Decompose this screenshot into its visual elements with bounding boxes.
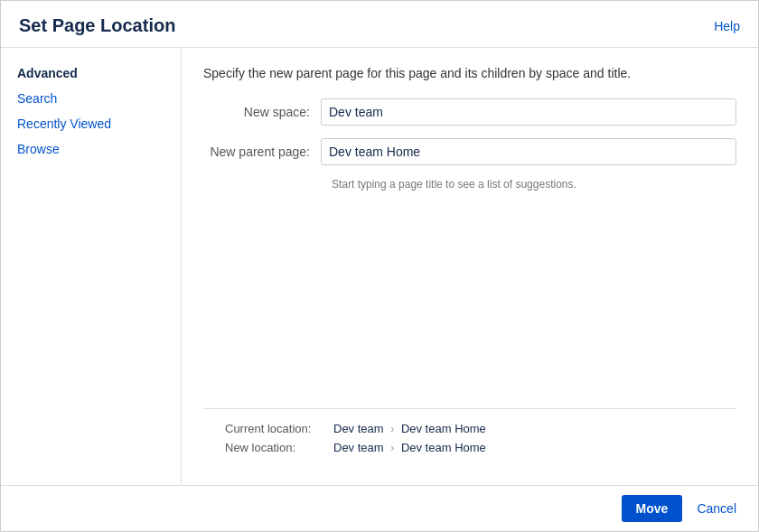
sidebar-item-recently-viewed[interactable]: Recently Viewed xyxy=(12,113,170,135)
dialog-footer: Move Cancel xyxy=(1,485,758,531)
current-location-page: Dev team Home xyxy=(401,422,486,435)
current-location-value: Dev team › Dev team Home xyxy=(333,422,486,435)
sidebar: Advanced Search Recently Viewed Browse xyxy=(1,48,182,485)
new-location-value: Dev team › Dev team Home xyxy=(333,441,486,454)
current-location-row: Current location: Dev team › Dev team Ho… xyxy=(225,422,715,435)
location-section: Current location: Dev team › Dev team Ho… xyxy=(203,408,736,467)
sidebar-item-browse[interactable]: Browse xyxy=(12,138,170,160)
new-space-label: New space: xyxy=(203,105,321,119)
new-location-page: Dev team Home xyxy=(401,441,486,454)
new-location-label: New location: xyxy=(225,441,333,454)
cancel-button[interactable]: Cancel xyxy=(689,495,744,522)
new-location-row: New location: Dev team › Dev team Home xyxy=(225,441,715,454)
form-area: New space: New parent page: Start typing… xyxy=(203,98,736,408)
new-parent-page-label: New parent page: xyxy=(203,145,321,159)
description-text: Specify the new parent page for this pag… xyxy=(203,66,736,80)
hint-text: Start typing a page title to see a list … xyxy=(332,178,736,191)
sidebar-item-search[interactable]: Search xyxy=(12,88,170,109)
current-location-label: Current location: xyxy=(225,422,333,435)
current-location-sep: › xyxy=(390,423,394,435)
new-parent-page-row: New parent page: xyxy=(203,138,736,165)
move-button[interactable]: Move xyxy=(622,495,683,522)
dialog-title: Set Page Location xyxy=(19,15,175,36)
new-space-row: New space: xyxy=(203,98,736,126)
new-location-sep: › xyxy=(390,442,394,454)
current-location-space: Dev team xyxy=(333,422,384,435)
new-space-input[interactable] xyxy=(321,98,736,126)
set-page-location-dialog: Set Page Location Help Advanced Search R… xyxy=(0,0,759,532)
dialog-header: Set Page Location Help xyxy=(1,1,758,48)
help-link[interactable]: Help xyxy=(714,19,740,33)
new-parent-page-input[interactable] xyxy=(321,138,736,165)
dialog-body: Advanced Search Recently Viewed Browse S… xyxy=(1,48,758,485)
main-content: Specify the new parent page for this pag… xyxy=(182,48,758,485)
new-location-space: Dev team xyxy=(333,441,384,454)
sidebar-item-advanced[interactable]: Advanced xyxy=(12,62,170,84)
